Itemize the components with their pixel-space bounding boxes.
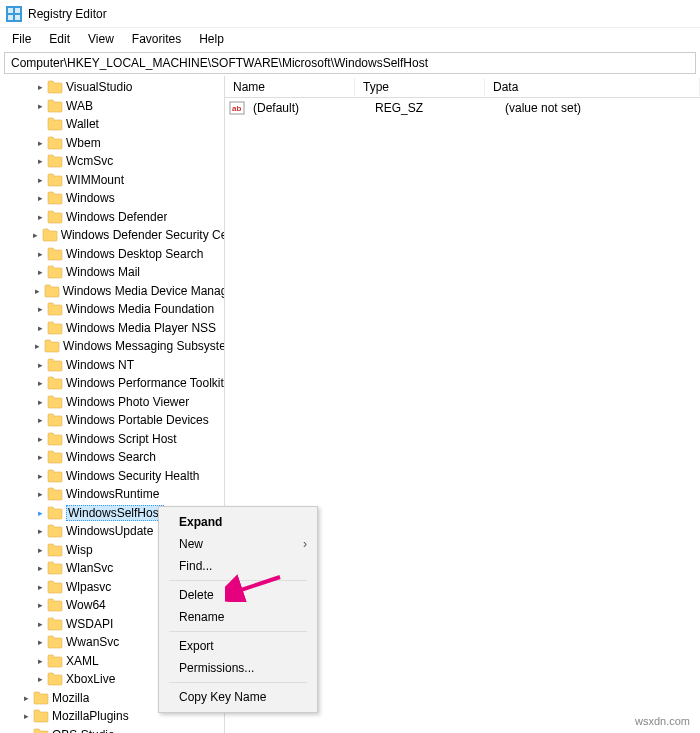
tree-expander-icon[interactable]: ▸ [34, 636, 46, 648]
cm-new[interactable]: New [161, 533, 315, 555]
tree-item[interactable]: ▸WindowsRuntime [0, 485, 224, 504]
cm-delete[interactable]: Delete [161, 584, 315, 606]
cm-permissions[interactable]: Permissions... [161, 657, 315, 679]
value-row[interactable]: ab (Default) REG_SZ (value not set) [225, 98, 700, 118]
tree-item-label: Windows Performance Toolkit [66, 376, 224, 390]
app-icon [6, 6, 22, 22]
tree-expander-icon[interactable]: ▸ [34, 414, 46, 426]
cm-find[interactable]: Find... [161, 555, 315, 577]
tree-item[interactable]: ▸Windows Photo Viewer [0, 393, 224, 412]
tree-expander-icon[interactable]: ▸ [34, 470, 46, 482]
tree-expander-icon[interactable]: ▸ [34, 322, 46, 334]
tree-item[interactable]: ▸VisualStudio [0, 78, 224, 97]
tree-item[interactable]: ▸Windows Defender Security Center [0, 226, 224, 245]
tree-expander-icon[interactable]: ▸ [20, 710, 32, 722]
tree-item-label: Windows NT [66, 358, 134, 372]
tree-expander-icon[interactable]: ▸ [34, 599, 46, 611]
tree-expander-icon[interactable]: ▸ [34, 507, 46, 519]
tree-expander-icon[interactable]: ▸ [34, 655, 46, 667]
tree-item[interactable]: ▸Windows NT [0, 356, 224, 375]
tree-expander-icon[interactable]: ▸ [34, 618, 46, 630]
tree-item[interactable]: ▸Windows Media Player NSS [0, 319, 224, 338]
tree-expander-icon[interactable]: ▸ [34, 451, 46, 463]
tree-expander-icon[interactable]: ▸ [34, 81, 46, 93]
tree-expander-icon[interactable]: ▸ [34, 174, 46, 186]
cm-rename[interactable]: Rename [161, 606, 315, 628]
tree-item-label: Wow64 [66, 598, 106, 612]
list-header: Name Type Data [225, 76, 700, 98]
tree-item[interactable]: ▸Windows Security Health [0, 467, 224, 486]
col-header-type[interactable]: Type [355, 78, 485, 96]
tree-expander-icon[interactable]: ▸ [30, 229, 40, 241]
tree-expander-icon[interactable]: ▸ [34, 396, 46, 408]
tree-item-label: Windows Desktop Search [66, 247, 203, 261]
tree-item[interactable]: ▸OBS Studio [0, 726, 224, 734]
tree-expander-icon[interactable]: ▸ [34, 433, 46, 445]
tree-item[interactable]: ▸Windows Mail [0, 263, 224, 282]
tree-item-label: Windows Portable Devices [66, 413, 209, 427]
tree-item-label: Windows Photo Viewer [66, 395, 189, 409]
menu-favorites[interactable]: Favorites [124, 30, 189, 48]
tree-item[interactable]: ▸Windows Messaging Subsystem [0, 337, 224, 356]
tree-item[interactable]: ▸Windows [0, 189, 224, 208]
address-bar[interactable]: Computer\HKEY_LOCAL_MACHINE\SOFTWARE\Mic… [4, 52, 696, 74]
watermark: wsxdn.com [635, 715, 690, 727]
address-text: Computer\HKEY_LOCAL_MACHINE\SOFTWARE\Mic… [11, 56, 428, 70]
tree-item[interactable]: ▸Windows Media Foundation [0, 300, 224, 319]
menu-view[interactable]: View [80, 30, 122, 48]
tree-item-label: MozillaPlugins [52, 709, 129, 723]
tree-item[interactable]: ▸Windows Search [0, 448, 224, 467]
tree-expander-icon[interactable]: ▸ [34, 248, 46, 260]
svg-rect-1 [8, 8, 13, 13]
tree-expander-icon[interactable]: ▸ [34, 525, 46, 537]
tree-item-label: Windows Defender Security Center [61, 228, 224, 242]
menu-help[interactable]: Help [191, 30, 232, 48]
tree-expander-icon[interactable]: ▸ [34, 544, 46, 556]
tree-expander-icon[interactable]: ▸ [34, 211, 46, 223]
tree-expander-icon[interactable]: ▸ [34, 377, 46, 389]
tree-item[interactable]: ▸WIMMount [0, 171, 224, 190]
tree-item[interactable]: ▸Windows Portable Devices [0, 411, 224, 430]
tree-item-label: WindowsUpdate [66, 524, 153, 538]
tree-item[interactable]: Wallet [0, 115, 224, 134]
tree-expander-icon[interactable]: ▸ [34, 488, 46, 500]
tree-expander-icon[interactable]: ▸ [34, 137, 46, 149]
tree-expander-icon[interactable]: ▸ [34, 266, 46, 278]
tree-expander-icon[interactable]: ▸ [34, 192, 46, 204]
context-menu: Expand New Find... Delete Rename Export … [158, 506, 318, 713]
tree-expander-icon[interactable]: ▸ [34, 673, 46, 685]
tree-item-label: Windows [66, 191, 115, 205]
cm-expand[interactable]: Expand [161, 511, 315, 533]
window-title: Registry Editor [28, 7, 107, 21]
tree-item-label: WcmSvc [66, 154, 113, 168]
tree-expander-icon[interactable]: ▸ [32, 285, 43, 297]
value-type: REG_SZ [371, 101, 501, 115]
tree-item-label: Windows Defender [66, 210, 167, 224]
menu-edit[interactable]: Edit [41, 30, 78, 48]
tree-item[interactable]: ▸WAB [0, 97, 224, 116]
tree-expander-icon[interactable]: ▸ [34, 303, 46, 315]
tree-expander-icon[interactable]: ▸ [20, 729, 32, 733]
tree-item[interactable]: ▸Windows Desktop Search [0, 245, 224, 264]
tree-expander-icon[interactable]: ▸ [34, 100, 46, 112]
tree-expander-icon[interactable]: ▸ [34, 562, 46, 574]
tree-item[interactable]: ▸Windows Performance Toolkit [0, 374, 224, 393]
tree-expander-icon[interactable]: ▸ [34, 155, 46, 167]
tree-item[interactable]: ▸Windows Media Device Manager [0, 282, 224, 301]
tree-item[interactable]: ▸Windows Script Host [0, 430, 224, 449]
tree-item-label: WindowsSelfHost [66, 505, 164, 521]
cm-copy-key[interactable]: Copy Key Name [161, 686, 315, 708]
tree-item-label: Windows Script Host [66, 432, 177, 446]
tree-expander-icon[interactable]: ▸ [20, 692, 32, 704]
tree-expander-icon[interactable]: ▸ [34, 359, 46, 371]
cm-export[interactable]: Export [161, 635, 315, 657]
tree-item-label: WIMMount [66, 173, 124, 187]
tree-item[interactable]: ▸Wbem [0, 134, 224, 153]
menu-file[interactable]: File [4, 30, 39, 48]
tree-item[interactable]: ▸Windows Defender [0, 208, 224, 227]
tree-expander-icon[interactable]: ▸ [32, 340, 43, 352]
col-header-data[interactable]: Data [485, 78, 700, 96]
tree-item[interactable]: ▸WcmSvc [0, 152, 224, 171]
tree-expander-icon[interactable]: ▸ [34, 581, 46, 593]
col-header-name[interactable]: Name [225, 78, 355, 96]
